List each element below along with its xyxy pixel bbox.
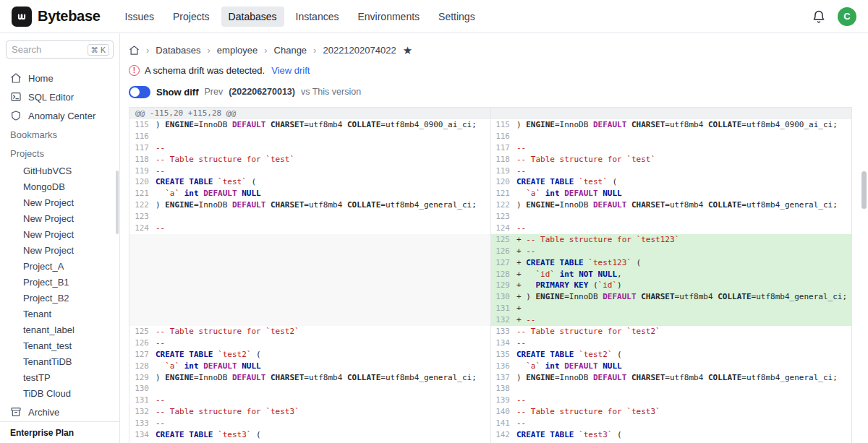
code-line: -- [516,223,526,234]
line-number: 142 [490,429,516,441]
sidebar-project-item[interactable]: tenant_label [0,322,119,337]
diff-cell-left: 126-- [129,337,490,349]
code-line: CREATE TABLE `test2` ( [516,349,622,361]
line-number: 129 [129,372,156,384]
breadcrumb-item[interactable]: Databases [156,45,200,56]
brand-name: Bytebase [38,8,101,25]
line-number: 117 [490,142,516,154]
sidebar-project-item[interactable]: TenantTiDB [0,353,119,369]
diff-cell-left [129,291,490,303]
home-icon [10,72,22,84]
diff-row: 132+ -- [129,314,851,326]
sidebar-section-bookmarks[interactable]: Bookmarks [0,125,119,144]
nav-item-projects[interactable]: Projects [166,7,217,27]
archive-icon [10,406,22,418]
nav-item-settings[interactable]: Settings [431,7,482,27]
nav-item-databases[interactable]: Databases [221,7,284,27]
breadcrumb-item[interactable]: employee [217,45,258,56]
line-number: 122 [490,199,516,211]
nav-item-instances[interactable]: Instances [289,7,346,27]
line-number: 115 [490,119,516,131]
nav-item-environments[interactable]: Environments [350,7,427,27]
bookmark-star-icon[interactable]: ★ [403,45,412,56]
bytebase-logo-icon [12,7,32,27]
sidebar-project-item[interactable]: TiDB Cloud [0,385,119,401]
line-number: 130 [129,383,156,395]
line-number [129,246,156,257]
sidebar-project-item[interactable]: Project_A [0,258,119,274]
diff-cell-right: 117-- [490,142,851,154]
breadcrumb-item[interactable]: Change [274,45,307,56]
sidebar-item-archive[interactable]: Archive [0,403,119,421]
diff-cell-right: 122) ENGINE=InnoDB DEFAULT CHARSET=utf8m… [490,199,851,211]
sidebar-item-anomaly-center[interactable]: Anomaly Center [0,106,119,125]
breadcrumb-home-icon[interactable] [129,45,140,56]
sidebar-item-label: Anomaly Center [28,111,95,121]
sidebar-project-item[interactable]: MongoDB [0,179,119,194]
code-line: -- [516,418,526,429]
code-line: ) ENGINE=InnoDB DEFAULT CHARSET=utf8mb4 … [516,372,838,384]
diff-cell-right: 137) ENGINE=InnoDB DEFAULT CHARSET=utf8m… [490,372,851,384]
sidebar-project-item[interactable]: Project_B2 [0,290,119,306]
show-diff-label: Show diff [156,87,199,98]
breadcrumb-separator: › [264,45,267,56]
search-input[interactable] [12,44,88,55]
line-number: 131 [490,303,516,314]
line-number [129,303,156,314]
code-line: -- [156,165,165,177]
sidebar-project-item[interactable]: GitHubVCS [0,163,119,179]
diff-cell-left: 130 [129,383,490,395]
diff-cell-left: 132-- Table structure for `test3` [129,406,490,418]
bytebase-logo[interactable]: Bytebase [12,7,101,27]
page-scrollbar[interactable] [861,171,867,209]
sidebar-project-item[interactable]: Project_B1 [0,274,119,290]
view-drift-link[interactable]: View drift [271,65,310,76]
notification-bell-icon[interactable] [812,9,826,24]
line-number: 136 [490,361,516,372]
sidebar-scrollbar[interactable] [116,171,119,234]
breadcrumb-item[interactable]: 20221202074022 [323,45,396,56]
sidebar-project-item[interactable]: New Project [0,226,119,242]
sidebar-item-home[interactable]: Home [0,69,119,87]
prev-version[interactable]: (202206270013) [229,87,295,97]
main-content: › Databases›employee›Change›202212020740… [120,33,868,443]
anomaly-center-icon [10,110,22,121]
code-line: ) ENGINE=InnoDB DEFAULT CHARSET=utf8mb4 … [156,372,477,384]
line-number: 123 [490,211,516,223]
line-number [129,269,156,280]
top-navbar: Bytebase IssuesProjectsDatabasesInstance… [0,0,868,33]
show-diff-toggle[interactable] [129,86,150,98]
code-line: `a` int DEFAULT NULL [516,361,622,372]
nav-item-issues[interactable]: Issues [118,7,161,27]
breadcrumb-separator: › [208,45,210,56]
diff-row: 131+ [129,303,851,314]
diff-cell-left: 119-- [129,165,490,177]
line-number: 139 [490,395,516,406]
line-number: 120 [490,176,516,188]
line-number: 127 [129,349,156,361]
code-line: CREATE TABLE `test3` ( [156,429,261,441]
diff-row: 133--141-- [129,418,851,429]
diff-row: 131--139-- [129,395,851,406]
sidebar-item-sql-editor[interactable]: SQL Editor [0,87,119,106]
sidebar-search[interactable]: ⌘ K [6,40,114,59]
diff-cell-right: 141-- [490,418,851,429]
sidebar-project-item[interactable]: New Project [0,242,119,258]
sidebar-item-label: SQL Editor [28,92,74,103]
diff-row: 130138 [129,383,851,395]
diff-cell-left [129,280,490,291]
diff-cell-right: 138 [490,383,851,395]
diff-cell-right: 135CREATE TABLE `test2` ( [490,349,851,361]
diff-row: 120CREATE TABLE `test` (120CREATE TABLE … [129,176,851,188]
diff-cell-right: 142CREATE TABLE `test3` ( [490,429,851,441]
sidebar-project-item[interactable]: New Project [0,210,119,226]
code-line: -- Table structure for `test` [156,154,294,165]
diff-cell-left [129,314,490,326]
sidebar-project-item[interactable]: New Project [0,194,119,210]
sidebar-project-item[interactable]: testTP [0,369,119,385]
code-line: -- [156,395,165,406]
sidebar-project-item[interactable]: Tenant_test [0,337,119,353]
user-avatar[interactable]: C [838,7,856,26]
code-line: ) ENGINE=InnoDB DEFAULT CHARSET=utf8mb4 … [156,119,477,131]
sidebar-project-item[interactable]: Tenant [0,306,119,322]
